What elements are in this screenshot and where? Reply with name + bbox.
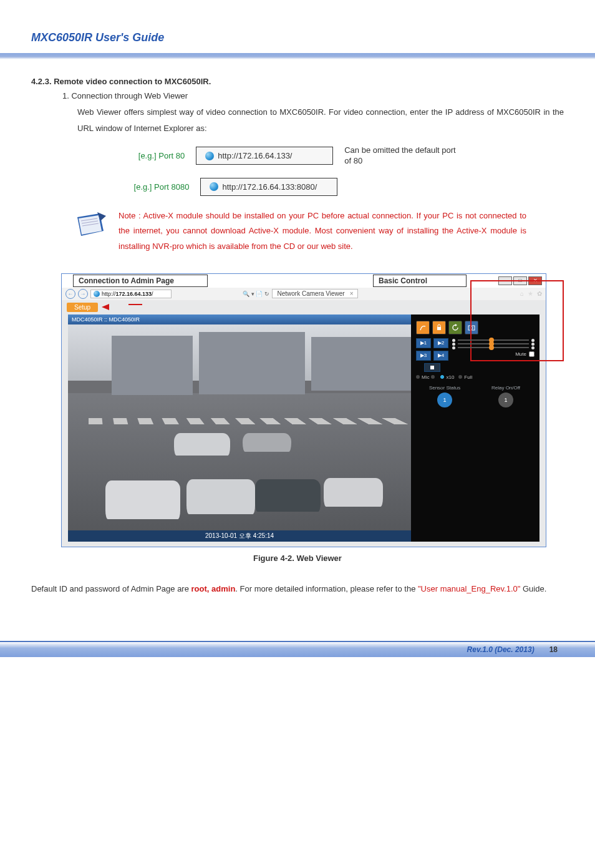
header-divider [0,53,595,59]
close-button[interactable]: ✕ [528,276,542,285]
preset-4[interactable]: ▶4 [433,351,448,361]
example-note: Can be omitted the default port of 80 [344,145,457,167]
audio-toggle-row: Mic x10 Full [416,374,535,380]
manual-reference: "User manual_Eng_Rev.1.0" [418,584,520,593]
ie-icon [210,182,218,191]
footer-paragraph: Default ID and password of Admin Page ar… [31,582,564,597]
default-credentials: root, admin [191,584,236,593]
url-text: http://172.16.64.133/ [218,151,292,160]
address-text: http://172.16.64.133/ [102,291,153,297]
maximize-button[interactable]: □ [513,276,527,285]
address-bar[interactable]: http://172.16.64.133/ [90,290,172,298]
note-text: Note : Active-X module should be install… [119,208,526,255]
relay-toggle-button[interactable]: 1 [498,393,513,407]
svg-point-9 [470,326,473,329]
example-row-port8080: [e.g.] Port 8080 http://172.16.64.133:80… [31,178,564,196]
panel-icon-snapshot[interactable] [465,321,478,334]
relay-status-label: Relay On/Off [477,385,535,391]
mute-label: Mute [515,351,526,357]
mic-label: Mic [422,374,429,380]
ie-icon [205,152,214,160]
note-block: Note : Active-X module should be install… [75,208,526,255]
example-label: [e.g.] Port 8080 [134,182,190,192]
list-item: 1. Connection through Web Viewer [62,91,564,100]
figure-label-control: Basic Control [373,275,467,287]
svg-marker-7 [455,324,457,326]
stream-timestamp: 2013-10-01 오후 4:25:14 [68,530,411,542]
tab-close-icon[interactable]: × [350,290,354,297]
example-row-port80: [e.g.] Port 80 http://172.16.64.133/ Can… [31,145,564,167]
figure-label-admin: Connection to Admin Page [73,275,208,287]
minimize-button[interactable]: — [498,276,512,285]
preset-1[interactable]: ▶1 [416,338,431,348]
ie-icon [94,291,100,297]
panel-icon-1[interactable] [416,321,430,334]
figure-caption: Figure 4-2. Web Viewer [31,553,564,563]
url-text: http://172.16.64.133:8080/ [222,182,317,192]
svg-rect-6 [437,327,441,330]
stop-button[interactable] [424,363,440,372]
sensor-status-label: Sensor Status [416,385,473,391]
back-button[interactable]: ← [65,289,75,299]
callout-arrow-icon [102,304,109,310]
stream-title-bar: MDC4050IR :: MDC4050IR [68,315,411,324]
panel-icon-lock[interactable] [432,321,446,334]
panel-icon-refresh[interactable] [448,321,462,334]
url-box: http://172.16.64.133:8080/ [200,178,337,196]
revision-text: Rev.1.0 (Dec. 2013) [467,645,535,654]
sensor-status-button[interactable]: 1 [437,393,452,407]
home-icon[interactable]: ⌂ [520,290,524,297]
mute-checkbox[interactable] [529,351,535,357]
preset-3[interactable]: ▶3 [416,351,431,361]
tab-title: Network Camera Viewer [278,290,345,297]
browser-tab[interactable]: Network Camera Viewer × [272,289,358,298]
slider-1[interactable] [458,339,529,341]
body-paragraph: Web Viewer offers simplest way of video … [77,104,564,137]
favorites-icon[interactable]: ★ [528,290,533,297]
slider-3[interactable] [458,347,529,348]
tools-icon[interactable]: ✿ [537,290,542,297]
window-controls: — □ ✕ [498,276,546,285]
figure-container: Connection to Admin Page Basic Control —… [61,273,546,547]
forward-button[interactable]: → [78,289,88,299]
x10-label: x10 [446,374,454,380]
full-label: Full [464,374,472,380]
note-icon [75,212,106,240]
viewer-shell: MDC4050IR :: MDC4050IR [68,315,539,542]
video-stream[interactable] [68,324,411,530]
page-number: 18 [549,645,558,654]
document-title: MXC6050IR User's Guide [31,31,564,44]
example-label: [e.g.] Port 80 [138,151,185,160]
url-box: http://172.16.64.133/ [196,147,333,165]
preset-2[interactable]: ▶2 [433,338,448,348]
section-heading: 4.2.3. Remote video connection to MXC605… [31,77,564,86]
toolbar-icons[interactable]: 🔍 ▾ 📄 ↻ [243,291,269,297]
slider-2[interactable] [458,343,529,344]
browser-toolbar: ← → http://172.16.64.133/ 🔍 ▾ 📄 ↻ Networ… [62,288,546,300]
setup-button[interactable]: Setup [67,303,98,312]
page-footer: Rev.1.0 (Dec. 2013) 18 [0,641,595,657]
control-panel: ▶1 ▶2 ▶3 ▶4 [411,315,539,542]
